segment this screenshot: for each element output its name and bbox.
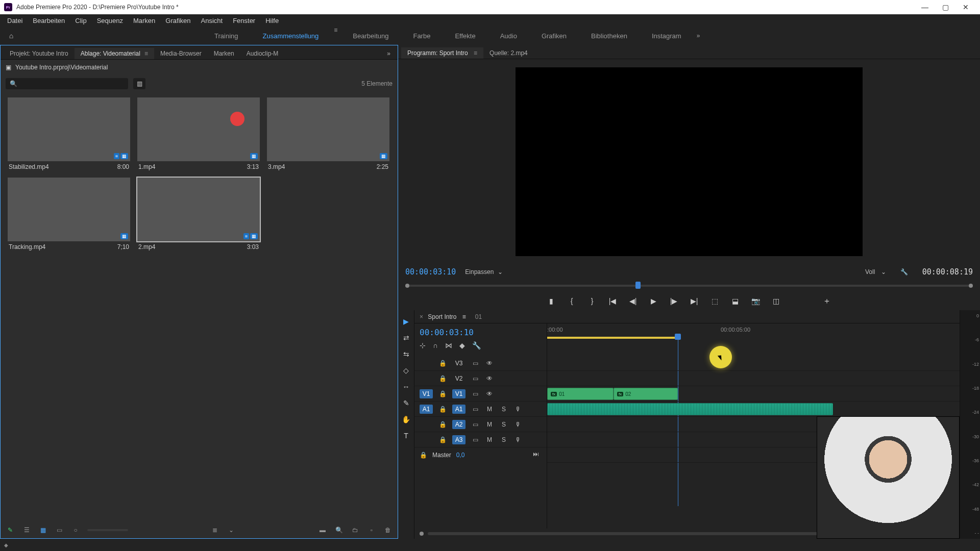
sync-lock-icon[interactable]: ▭ (471, 390, 480, 397)
workspace-zusammenstellung[interactable]: Zusammenstellung (250, 27, 331, 45)
mute-button[interactable]: M (485, 406, 494, 413)
time-ruler[interactable]: :00:0000:00:05:00 (547, 323, 960, 353)
zoom-slider-min[interactable]: ○ (71, 525, 80, 535)
resolution-dropdown[interactable]: Voll ⌄ (865, 268, 886, 276)
sequence-tab-menu[interactable]: ≡ (458, 313, 466, 320)
ripple-tool[interactable]: ⇆ (401, 349, 411, 359)
menu-ansicht[interactable]: Ansicht (195, 14, 228, 27)
clip-item[interactable]: ▦Tracking.mp47;10 (8, 178, 130, 251)
new-bin-button[interactable]: ▥ (133, 78, 145, 89)
close-button[interactable]: ✕ (955, 0, 976, 14)
go-to-out-button[interactable]: ▶| (690, 297, 699, 305)
source-patch[interactable]: V1 (420, 389, 433, 398)
mark-out-bracket[interactable]: } (587, 297, 597, 305)
project-tab-0[interactable]: Projekt: Youtube Intro (4, 48, 75, 59)
eye-icon[interactable]: 👁 (485, 375, 494, 382)
automate-button[interactable]: ▬ (318, 525, 327, 535)
lock-icon[interactable]: 🔒 (438, 360, 447, 367)
project-tab-3[interactable]: Marken (208, 48, 240, 59)
sort-button[interactable]: ≣ (210, 525, 219, 535)
sync-lock-icon[interactable]: ▭ (471, 406, 480, 413)
selection-tool[interactable]: ▶ (401, 316, 411, 327)
timeline-timecode[interactable]: 00:00:03:10 (420, 327, 542, 341)
workspace-bibliotheken[interactable]: Bibliotheken (579, 27, 640, 45)
clip-thumbnail[interactable]: ▦ (137, 97, 260, 161)
mark-in-bracket[interactable]: { (567, 297, 576, 305)
voiceover-icon[interactable]: 🎙 (513, 436, 523, 443)
delete-button[interactable]: 🗑 (383, 525, 393, 535)
solo-button[interactable]: S (499, 436, 508, 443)
clip-item[interactable]: ≡▦Stabilized.mp48:00 (8, 97, 130, 170)
scrub-start-handle[interactable] (405, 284, 409, 288)
track-select-tool[interactable]: ⇄ (401, 333, 411, 343)
sort-menu-button[interactable]: ⌄ (227, 525, 236, 535)
workspace-effekte[interactable]: Effekte (443, 27, 487, 45)
video-clip[interactable]: fx01 (547, 388, 614, 400)
clip-thumbnail[interactable]: ▦ (267, 97, 389, 161)
mute-button[interactable]: M (485, 421, 494, 428)
freeform-view-button[interactable]: ▭ (55, 525, 64, 535)
step-back-button[interactable]: ◀| (628, 297, 638, 305)
type-tool[interactable]: T (401, 431, 411, 441)
clip-item[interactable]: ▦1.mp43:13 (137, 97, 260, 170)
workspace-farbe[interactable]: Farbe (401, 27, 443, 45)
hand-tool[interactable]: ✋ (401, 414, 411, 424)
home-button[interactable]: ⌂ (4, 29, 18, 43)
work-area-bar[interactable] (547, 337, 678, 339)
new-item-button[interactable]: ▫ (367, 525, 376, 535)
video-lane[interactable] (547, 371, 960, 386)
clip-thumbnail[interactable]: ≡▦ (137, 178, 260, 241)
razor-tool[interactable]: ◇ (401, 365, 411, 375)
menu-sequenz[interactable]: Sequenz (92, 14, 128, 27)
track-target[interactable]: V1 (452, 389, 465, 398)
audio-clip[interactable] (547, 403, 833, 415)
program-playhead[interactable] (635, 282, 641, 289)
export-frame-button[interactable]: 📷 (751, 297, 760, 305)
solo-button[interactable]: S (499, 406, 508, 413)
menu-datei[interactable]: Datei (2, 14, 28, 27)
track-target[interactable]: V2 (452, 375, 465, 382)
timeline-playhead[interactable] (675, 334, 681, 340)
pen-tool[interactable]: ✎ (401, 398, 411, 408)
icon-view-button[interactable]: ▦ (38, 525, 47, 535)
track-target[interactable]: A2 (452, 420, 465, 429)
menu-marken[interactable]: Marken (128, 14, 160, 27)
sequence-tab-2[interactable]: 01 (475, 313, 482, 320)
lock-icon[interactable]: 🔒 (420, 452, 427, 459)
go-to-in-button[interactable]: |◀ (608, 297, 617, 305)
lock-icon[interactable]: 🔒 (438, 375, 447, 382)
zoom-handle-left[interactable] (420, 532, 424, 536)
clip-item[interactable]: ≡▦2.mp43:03 (137, 178, 260, 251)
extract-button[interactable]: ⬓ (730, 297, 740, 305)
clip-thumbnail[interactable]: ≡▦ (8, 97, 130, 161)
sync-lock-icon[interactable]: ▭ (471, 360, 480, 367)
settings-icon[interactable]: 🔧 (895, 268, 913, 276)
list-view-button[interactable]: ☰ (22, 525, 31, 535)
lift-button[interactable]: ⬚ (710, 297, 719, 305)
play-button[interactable]: ▶ (649, 297, 658, 305)
comparison-button[interactable]: ◫ (771, 297, 780, 305)
project-tab-1[interactable]: Ablage: Videomaterial≡ (75, 48, 154, 59)
program-scrub[interactable] (398, 280, 980, 292)
audio-lane[interactable] (547, 402, 960, 417)
maximize-button[interactable]: ▢ (935, 0, 955, 14)
sync-lock-icon[interactable]: ▭ (471, 375, 480, 382)
workspace-grafiken[interactable]: Grafiken (529, 27, 579, 45)
lock-icon[interactable]: 🔒 (438, 436, 447, 443)
step-forward-button[interactable]: |▶ (669, 297, 678, 305)
workspace-instagram[interactable]: Instagram (640, 27, 694, 45)
button-editor-button[interactable]: ＋ (822, 296, 831, 307)
master-value[interactable]: 0,0 (456, 452, 465, 459)
project-tab-menu[interactable]: ≡ (140, 50, 148, 57)
slip-tool[interactable]: ↔ (401, 382, 411, 392)
play-around-icon[interactable]: ⏭ (533, 450, 539, 458)
workspace-audio[interactable]: Audio (488, 27, 529, 45)
source-patch[interactable]: A1 (420, 405, 433, 414)
workspace-menu-button[interactable]: ≡ (331, 27, 340, 45)
eye-icon[interactable]: 👁 (485, 360, 494, 367)
new-bin-footer-button[interactable]: 🗀 (351, 525, 360, 535)
zoom-fit-dropdown[interactable]: Einpassen ⌄ (465, 268, 503, 276)
lock-icon[interactable]: 🔒 (438, 421, 447, 428)
menu-fenster[interactable]: Fenster (228, 14, 260, 27)
program-timecode[interactable]: 00:00:03:10 (405, 267, 456, 277)
